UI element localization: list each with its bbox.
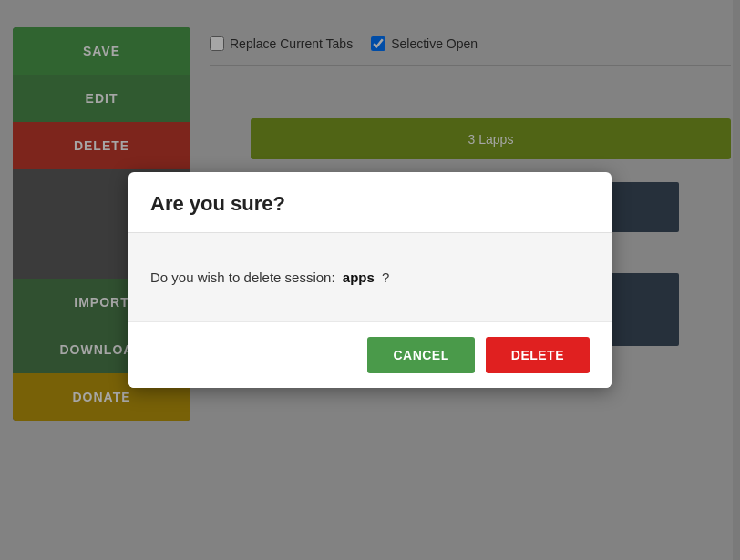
dialog-title: Are you sure? xyxy=(128,172,612,233)
dialog-session-name: apps xyxy=(343,270,375,285)
cancel-button[interactable]: CANCEL xyxy=(367,337,474,373)
dialog: Are you sure? Do you wish to delete sess… xyxy=(128,172,612,388)
delete-confirm-button[interactable]: DELETE xyxy=(486,337,590,373)
dialog-body-suffix: ? xyxy=(382,270,389,285)
dialog-body-prefix: Do you wish to delete session: xyxy=(150,270,335,285)
overlay: Are you sure? Do you wish to delete sess… xyxy=(0,0,740,560)
dialog-actions: CANCEL DELETE xyxy=(128,321,612,388)
dialog-body: Do you wish to delete session: apps ? xyxy=(128,233,612,321)
